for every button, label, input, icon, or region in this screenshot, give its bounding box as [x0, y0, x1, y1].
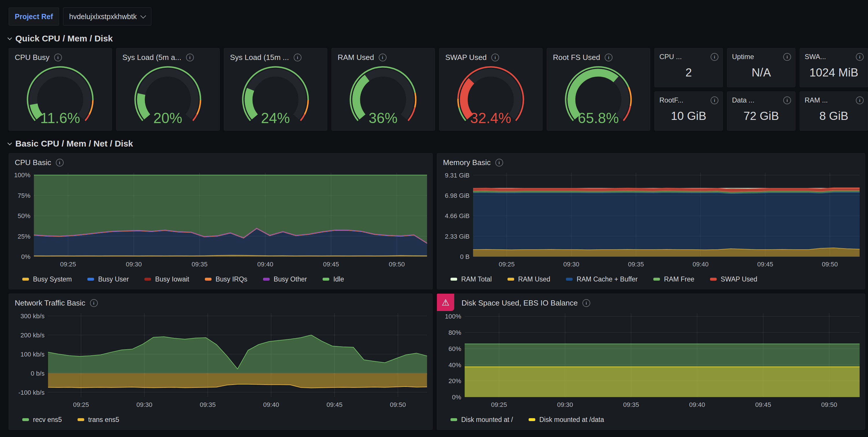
legend-item-recv-ens5[interactable]: recv ens5: [22, 416, 62, 424]
panel-title[interactable]: RootF...: [659, 96, 683, 104]
info-icon[interactable]: i: [711, 53, 718, 61]
legend-swatch: [507, 278, 514, 281]
y-axis-tick: 20%: [448, 377, 461, 385]
panel-title[interactable]: CPU ...: [659, 53, 682, 61]
legend-item-disk-mounted-at-data[interactable]: Disk mounted at /data: [529, 416, 604, 424]
panel-title[interactable]: Data ...: [732, 96, 754, 104]
x-axis-tick: 09:35: [191, 261, 208, 268]
legend-item-trans-ens5[interactable]: trans ens5: [78, 416, 119, 424]
legend-label: Busy IRQs: [216, 275, 247, 283]
x-axis-tick: 09:50: [821, 401, 837, 408]
quick-row: CPU Busyi11.6%Sys Load (5m a...i20%Sys L…: [9, 48, 868, 130]
memory-basic-chart: 0 B2.33 GiB4.66 GiB6.98 GiB9.31 GiB09:25…: [437, 170, 865, 269]
info-icon[interactable]: i: [56, 159, 64, 167]
legend-item-ram-cache-buffer[interactable]: RAM Cache + Buffer: [566, 275, 638, 283]
info-icon[interactable]: i: [582, 299, 590, 307]
y-axis-tick: 2.33 GiB: [445, 233, 470, 240]
legend-item-idle[interactable]: Idle: [322, 275, 344, 283]
legend-item-swap-used[interactable]: SWAP Used: [710, 275, 757, 283]
panel-memory-basic: Memory Basic i 0 B2.33 GiB4.66 GiB6.98 G…: [437, 153, 865, 289]
gauge-value: 65.8%: [578, 110, 619, 126]
gauge-value: 36%: [369, 110, 398, 126]
x-axis-tick: 09:40: [693, 261, 709, 268]
y-axis-tick: 40%: [448, 361, 461, 369]
info-icon[interactable]: i: [856, 53, 864, 61]
variable-label: Project Ref: [9, 7, 59, 26]
x-axis-tick: 09:30: [126, 261, 142, 268]
info-icon[interactable]: i: [711, 96, 718, 104]
y-axis-tick: 75%: [18, 192, 30, 199]
x-axis-tick: 09:25: [499, 261, 515, 268]
y-axis-tick: -100 kb/s: [19, 389, 45, 396]
alert-state-icon[interactable]: ⚠: [437, 294, 454, 311]
legend-item-busy-user[interactable]: Busy User: [87, 275, 129, 283]
panel-title[interactable]: Disk Space Used, EBS IO Balance: [462, 298, 578, 308]
legend-label: Disk mounted at /: [461, 416, 513, 424]
stat-column: CPU ...i2RootF...i10 GiB: [654, 48, 723, 130]
x-axis-tick: 09:30: [557, 401, 573, 408]
gauge: 24%: [224, 65, 327, 130]
panel-title[interactable]: CPU Busy: [15, 53, 50, 62]
info-icon[interactable]: i: [186, 54, 194, 61]
panel-title[interactable]: Sys Load (5m a...: [122, 53, 181, 62]
panel-title[interactable]: CPU Basic: [15, 158, 51, 167]
legend-item-ram-total[interactable]: RAM Total: [451, 275, 492, 283]
info-icon[interactable]: i: [379, 54, 386, 61]
network-traffic-chart: -100 kb/s0 b/s100 kb/s200 kb/s300 kb/s09…: [9, 310, 432, 410]
gauge-panel-swap-used: SWAP Usedi32.4%: [439, 48, 542, 130]
panel-title[interactable]: SWA...: [805, 53, 826, 61]
panel-title[interactable]: SWAP Used: [445, 53, 487, 62]
info-icon[interactable]: i: [783, 53, 791, 61]
x-axis-tick: 09:50: [822, 261, 838, 268]
legend-item-busy-irqs[interactable]: Busy IRQs: [205, 275, 247, 283]
stat-panel-data: Data ...i72 GiB: [727, 91, 795, 130]
panel-title[interactable]: Uptime: [732, 53, 754, 61]
panel-title[interactable]: Network Traffic Basic: [15, 298, 85, 308]
collapse-chevron-icon: [7, 141, 12, 145]
legend-item-ram-free[interactable]: RAM Free: [653, 275, 694, 283]
info-icon[interactable]: i: [856, 96, 864, 104]
info-icon[interactable]: i: [605, 54, 613, 61]
info-icon[interactable]: i: [491, 54, 499, 61]
legend-swatch: [87, 278, 94, 281]
panel-title[interactable]: RAM ...: [805, 96, 828, 104]
legend-swatch: [205, 278, 212, 281]
legend-item-busy-system[interactable]: Busy System: [22, 275, 72, 283]
gauge: 11.6%: [9, 65, 112, 130]
stat-value: 72 GiB: [727, 106, 795, 130]
info-icon[interactable]: i: [495, 159, 503, 167]
x-axis-tick: 09:30: [136, 401, 152, 408]
panel-title[interactable]: Root FS Used: [553, 53, 600, 62]
stat-panel-ram: RAM ...i8 GiB: [800, 91, 868, 130]
legend-label: RAM Total: [461, 275, 492, 283]
chevron-down-icon: [141, 13, 146, 19]
info-icon[interactable]: i: [783, 96, 791, 104]
stat-value: N/A: [727, 62, 795, 87]
info-icon[interactable]: i: [90, 299, 98, 307]
panel-title[interactable]: Sys Load (15m ...: [230, 53, 289, 62]
legend-swatch: [22, 278, 29, 281]
y-axis-tick: 100 kb/s: [21, 351, 44, 358]
gauge-panel-ram-used: RAM Usedi36%: [332, 48, 435, 130]
legend-item-disk-mounted-at[interactable]: Disk mounted at /: [451, 416, 513, 424]
legend-swatch: [22, 418, 29, 421]
legend-item-busy-iowait[interactable]: Busy Iowait: [144, 275, 189, 283]
panel-title[interactable]: Memory Basic: [443, 158, 491, 167]
y-axis-tick: 50%: [18, 212, 30, 220]
y-axis-tick: 9.31 GiB: [445, 172, 470, 179]
panel-title[interactable]: RAM Used: [338, 53, 374, 62]
legend-swatch: [263, 278, 270, 281]
chart-legend: recv ens5trans ens5: [9, 410, 432, 430]
info-icon[interactable]: i: [54, 54, 62, 61]
legend-item-busy-other[interactable]: Busy Other: [263, 275, 307, 283]
info-icon[interactable]: i: [294, 54, 302, 61]
stat-column: UptimeiN/AData ...i72 GiB: [727, 48, 795, 130]
gauge: 20%: [117, 65, 219, 130]
section-header-quick[interactable]: Quick CPU / Mem / Disk: [8, 34, 868, 43]
section-header-basic[interactable]: Basic CPU / Mem / Net / Disk: [8, 139, 868, 149]
gauge-value: 32.4%: [470, 110, 511, 126]
x-axis-tick: 09:45: [757, 261, 773, 268]
x-axis-tick: 09:35: [199, 401, 216, 408]
legend-item-ram-used[interactable]: RAM Used: [507, 275, 550, 283]
variable-dropdown[interactable]: hvdelujxlxstpxkhwbtk: [63, 7, 151, 26]
